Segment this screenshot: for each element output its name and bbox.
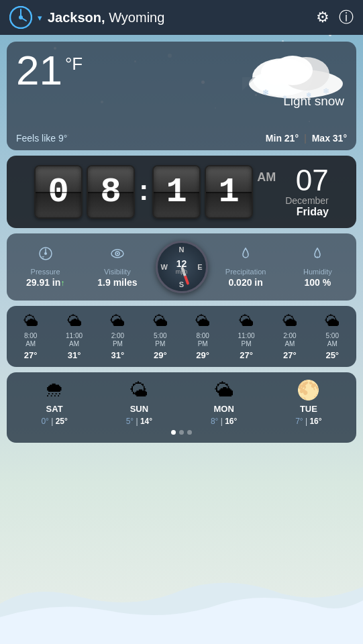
location-state: Wyoming — [109, 10, 164, 25]
clock-ampm: AM — [257, 170, 276, 184]
hourly-item: 🌥 5:00AM 25° — [325, 313, 340, 360]
daily-icon: 🌤 — [129, 379, 148, 401]
feels-like-value: 9° — [58, 133, 67, 144]
svg-point-14 — [44, 252, 47, 255]
hourly-icon: 🌥 — [110, 313, 125, 330]
date-day-num: 07 — [285, 166, 329, 195]
min-max: Min 21° | Max 31° — [266, 133, 347, 144]
hourly-temp: 31° — [68, 350, 81, 360]
precipitation-label: Precipitation — [225, 268, 266, 276]
clock-card: 0 8 : 1 1 AM 07 December Friday — [7, 156, 356, 228]
clock-date: 07 December Friday — [285, 166, 329, 218]
clock-hour-tens: 0 — [34, 165, 83, 219]
compass-center: 12 mph — [176, 259, 188, 275]
humidity-icon — [310, 246, 325, 265]
weather-card: ❄ ❄ ❄ ❄ 21 °F Light snow Feels like 9° M… — [7, 42, 356, 150]
cloud-illustration: ❄ ❄ ❄ ❄ — [242, 47, 350, 101]
temp-unit: °F — [65, 55, 83, 72]
clock-row: 0 8 : 1 1 AM 07 December Friday — [13, 165, 350, 219]
hourly-item: 🌥 11:00PM 27° — [238, 313, 255, 360]
hourly-item: 🌥 8:00PM 29° — [195, 313, 210, 360]
location-label: Jackson, Wyoming — [48, 10, 164, 25]
hourly-item: 🌥 2:00AM 27° — [282, 313, 297, 360]
svg-text:❄: ❄ — [306, 91, 311, 99]
hourly-item: 🌥 5:00PM 29° — [153, 313, 168, 360]
visibility-value: 1.9 miles — [97, 277, 137, 288]
hourly-item: 🌥 11:00AM 31° — [66, 313, 83, 360]
app-logo-icon — [9, 6, 32, 29]
svg-point-6 — [261, 60, 291, 85]
pagination-dot[interactable] — [187, 430, 192, 435]
hourly-icon: 🌥 — [195, 313, 210, 330]
hourly-icon: 🌥 — [23, 313, 38, 330]
pressure-item: T Pressure 29.91 in↑ — [11, 246, 80, 288]
clock-hour-ones: 8 — [87, 165, 135, 219]
clock-min-ones: 1 — [205, 165, 253, 219]
hourly-row: 🌥 8:00AM 27° 🌥 11:00AM 31° 🌥 2:00PM 31° … — [9, 313, 354, 360]
pressure-icon: T — [38, 246, 53, 265]
hourly-time: 2:00PM — [111, 332, 124, 348]
info-button[interactable]: ⓘ — [339, 7, 354, 28]
hourly-time: 8:00PM — [196, 332, 209, 348]
precipitation-item: Precipitation 0.020 in — [211, 246, 280, 288]
svg-point-18 — [117, 253, 118, 254]
hourly-temp: 31° — [111, 350, 125, 360]
daily-icon: 🌕 — [297, 379, 320, 401]
humidity-label: Humidity — [303, 268, 332, 276]
svg-point-1 — [19, 15, 23, 19]
pagination-dots — [12, 430, 351, 435]
hourly-forecast-card: 🌥 8:00AM 27° 🌥 11:00AM 31° 🌥 2:00PM 31° … — [7, 306, 356, 367]
svg-text:❄: ❄ — [282, 95, 287, 101]
top-bar: ▾ Jackson, Wyoming ⚙ ⓘ — [0, 0, 363, 35]
pagination-dot[interactable] — [171, 430, 176, 435]
pagination-dot[interactable] — [179, 430, 184, 435]
daily-temps: 8° | 16° — [211, 417, 237, 426]
daily-item: 🌥 MON 8° | 16° — [211, 379, 237, 426]
daily-day: SAT — [46, 404, 63, 414]
hourly-time: 5:00PM — [154, 332, 166, 348]
feels-like-text: Feels like — [16, 133, 56, 144]
compass-s: S — [179, 280, 184, 288]
hourly-temp: 27° — [24, 350, 38, 360]
compass-w: W — [161, 263, 168, 271]
hourly-icon: 🌥 — [239, 313, 254, 330]
location-arrow-icon: ▾ — [38, 13, 42, 23]
visibility-label: Visibility — [104, 268, 131, 276]
pressure-label: Pressure — [31, 268, 60, 276]
precipitation-icon — [238, 246, 253, 265]
hourly-time: 11:00PM — [238, 332, 255, 348]
feels-line: Feels like 9° Min 21° | Max 31° — [16, 133, 347, 144]
clock-colon: : — [139, 174, 148, 207]
hourly-temp: 27° — [283, 350, 297, 360]
hourly-temp: 27° — [240, 350, 253, 360]
daily-item: 🌤 SUN 5° | 14° — [126, 379, 152, 426]
max-label: Max — [312, 133, 330, 144]
wind-speed: 12 — [176, 259, 187, 268]
location-city: Jackson, — [48, 10, 105, 25]
conditions-card: T Pressure 29.91 in↑ Visibility 1.9 mile… — [7, 233, 356, 301]
top-bar-right: ⚙ ⓘ — [316, 7, 354, 28]
daily-temps: 7° | 16° — [295, 417, 321, 426]
min-label: Min — [266, 133, 282, 144]
conditions-grid: T Pressure 29.91 in↑ Visibility 1.9 mile… — [11, 240, 352, 294]
min-value: 21° — [284, 133, 299, 144]
hourly-icon: 🌥 — [282, 313, 297, 330]
date-month: December — [285, 195, 329, 206]
hourly-temp: 29° — [196, 350, 209, 360]
svg-text:❄: ❄ — [323, 87, 329, 96]
hourly-temp: 25° — [325, 350, 339, 360]
hourly-time: 2:00AM — [283, 332, 296, 348]
feels-like-label: Feels like 9° — [16, 133, 67, 144]
hourly-icon: 🌥 — [153, 313, 168, 330]
hourly-time: 11:00AM — [66, 332, 83, 348]
daily-forecast-card: 🌨 SAT 0° | 25° 🌤 SUN 5° | 14° 🌥 MON 8° |… — [7, 372, 356, 443]
wind-unit: mph — [176, 268, 188, 275]
settings-button[interactable]: ⚙ — [316, 9, 329, 26]
daily-icon: 🌨 — [45, 379, 64, 401]
daily-day: SUN — [130, 404, 148, 414]
hourly-time: 5:00AM — [326, 332, 339, 348]
daily-icon: 🌥 — [215, 379, 234, 401]
svg-text:❄: ❄ — [262, 88, 269, 97]
hourly-temp: 29° — [154, 350, 167, 360]
visibility-icon — [110, 246, 125, 265]
